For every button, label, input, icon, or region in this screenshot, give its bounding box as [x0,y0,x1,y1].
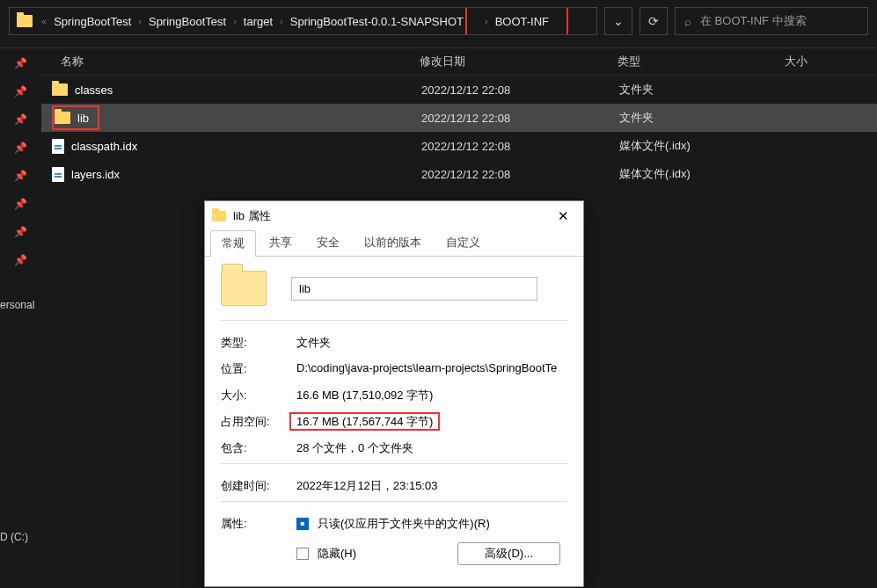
chevron-right-icon: › [276,16,287,26]
column-date[interactable]: 修改日期 [420,54,618,69]
column-name[interactable]: 名称 [41,54,420,69]
search-input[interactable]: ⌕ 在 BOOT-INF 中搜索 [675,7,868,35]
pin-icon[interactable]: 📌 [14,85,27,98]
sidebar-item-personal[interactable]: ersonal [0,299,34,311]
search-placeholder: 在 BOOT-INF 中搜索 [700,13,807,29]
breadcrumb-seg[interactable]: SpringBootTest [145,15,230,28]
history-button[interactable]: ⌄ [604,7,632,35]
hidden-label: 隐藏(H) [318,546,356,562]
file-icon [52,167,64,182]
readonly-label: 只读(仅应用于文件夹中的文件)(R) [318,516,490,532]
label-contains: 包含: [221,440,296,456]
value-created: 2022年12月12日，23:15:03 [296,478,567,494]
tab-body: 类型:文件夹 位置:D:\coding\java-projects\learn-… [205,257,583,586]
folder-name-input[interactable] [291,277,537,301]
file-date: 2022/12/12 22:08 [421,140,619,153]
readonly-checkbox[interactable] [296,518,309,530]
breadcrumb-seg[interactable]: SpringBootTest-0.0.1-SNAPSHOT [287,15,467,28]
label-created: 创建时间: [221,478,296,494]
pin-icon[interactable]: 📌 [14,198,27,210]
tab-general[interactable]: 常规 [210,230,256,257]
list-item[interactable]: classes 2022/12/12 22:08 文件夹 [41,76,877,104]
file-name: lib [77,112,89,125]
value-type: 文件夹 [296,335,567,351]
file-name: classes [75,83,113,97]
label-location: 位置: [221,361,296,377]
file-date: 2022/12/12 22:08 [421,168,619,181]
column-header-row: 名称 修改日期 类型 大小 [41,48,877,76]
folder-icon [212,211,226,221]
sidebar-item-drive[interactable]: D (C:) [0,531,28,543]
file-type: 文件夹 [619,110,786,126]
column-size[interactable]: 大小 [785,54,877,69]
file-type: 文件夹 [619,82,786,98]
pin-icon[interactable]: 📌 [14,170,27,182]
label-type: 类型: [221,335,296,351]
close-button[interactable]: ✕ [551,207,576,226]
folder-icon [221,271,267,306]
chevron-down-icon: ⌄ [613,14,624,28]
value-location: D:\coding\java-projects\learn-projects\S… [296,361,567,377]
pin-icon[interactable]: 📌 [14,142,27,154]
chevron-right-icon: › [135,16,145,26]
list-item[interactable]: classpath.idx 2022/12/12 22:08 媒体文件(.idx… [41,132,877,160]
folder-icon [17,15,33,27]
value-contains: 28 个文件，0 个文件夹 [296,440,567,456]
chevron-right-icon: › [230,16,240,26]
sidebar: 📌 📌 📌 📌 📌 📌 📌 📌 [0,48,41,588]
folder-icon [52,83,68,96]
file-icon [52,139,64,154]
tab-security[interactable]: 安全 [305,229,351,256]
breadcrumb-seg[interactable]: target [240,15,276,28]
file-type: 媒体文件(.idx) [619,166,786,182]
advanced-button[interactable]: 高级(D)... [457,542,560,565]
pin-icon[interactable]: 📌 [14,57,27,69]
label-disk: 占用空间: [221,414,296,430]
pin-icon[interactable]: 📌 [14,226,27,238]
dialog-titlebar[interactable]: lib 属性 ✕ [205,201,583,229]
toolbar: « SpringBootTest › SpringBootTest › targ… [0,0,877,48]
list-item[interactable]: lib 2022/12/12 22:08 文件夹 [41,104,877,132]
properties-dialog: lib 属性 ✕ 常规 共享 安全 以前的版本 自定义 类型:文件夹 位置:D:… [204,200,584,587]
list-item[interactable]: layers.idx 2022/12/12 22:08 媒体文件(.idx) [41,160,877,188]
breadcrumb-current[interactable]: › BOOT-INF [465,7,568,35]
breadcrumb-overflow[interactable]: « [38,16,50,26]
tab-previous[interactable]: 以前的版本 [353,229,433,256]
file-date: 2022/12/12 22:08 [421,112,619,125]
value-size: 16.6 MB (17,510,092 字节) [296,388,567,403]
label-size: 大小: [221,388,296,403]
refresh-icon: ⟳ [648,14,659,28]
breadcrumb-seg[interactable]: BOOT-INF [492,15,552,28]
dialog-title: lib 属性 [233,208,271,224]
file-name: classpath.idx [71,140,137,153]
hidden-checkbox[interactable] [296,548,309,560]
value-disk: 16.7 MB (17,567,744 字节) [296,415,433,428]
column-type[interactable]: 类型 [618,54,785,69]
label-attrs: 属性: [221,516,296,532]
address-bar[interactable]: « SpringBootTest › SpringBootTest › targ… [9,7,597,35]
tab-share[interactable]: 共享 [258,229,303,256]
breadcrumb-seg[interactable]: SpringBootTest [50,15,135,28]
folder-icon [55,112,70,124]
file-type: 媒体文件(.idx) [619,138,786,154]
chevron-right-icon: › [481,16,492,26]
pin-icon[interactable]: 📌 [14,113,27,126]
tab-custom[interactable]: 自定义 [435,229,492,256]
pin-icon[interactable]: 📌 [14,254,27,266]
search-icon: ⌕ [684,15,691,28]
tab-row: 常规 共享 安全 以前的版本 自定义 [205,229,583,257]
highlight-box: 16.7 MB (17,567,744 字节) [289,412,440,431]
file-name: layers.idx [71,168,120,181]
highlight-box: lib [52,105,99,130]
file-date: 2022/12/12 22:08 [421,83,619,97]
refresh-button[interactable]: ⟳ [639,7,668,35]
